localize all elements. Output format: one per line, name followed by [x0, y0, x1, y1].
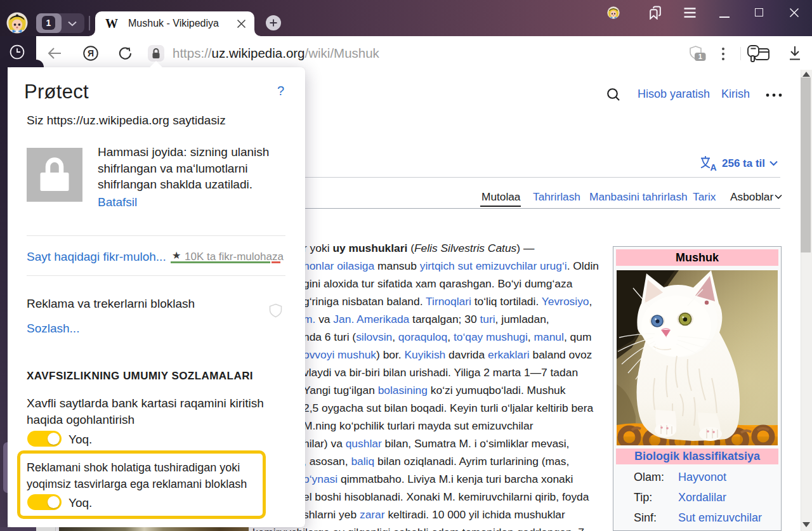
svg-text:1: 1: [698, 53, 702, 60]
svg-text:Я: Я: [88, 48, 94, 58]
svg-text:A: A: [710, 162, 717, 171]
